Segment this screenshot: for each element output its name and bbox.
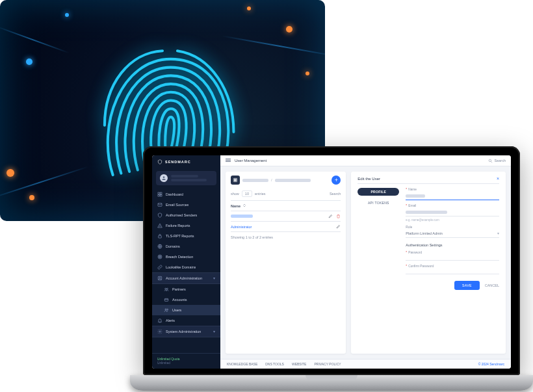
footer: KNOWLEDGE BASE DNS TOOLS WEBSITE PRIVACY… — [220, 359, 511, 369]
profile-card[interactable] — [156, 171, 216, 185]
svg-point-7 — [160, 226, 161, 227]
sidebar-item-lookalike-domains[interactable]: Lookalike Domains — [152, 262, 220, 272]
svg-point-18 — [165, 309, 166, 310]
cancel-button[interactable]: CANCEL — [485, 283, 499, 287]
brand-shield-icon — [157, 159, 162, 164]
svg-point-0 — [163, 176, 165, 178]
svg-point-19 — [167, 309, 168, 310]
profile-name-redacted — [171, 175, 198, 177]
sidebar-item-accounts[interactable]: Accounts — [152, 294, 220, 305]
svg-rect-24 — [234, 179, 235, 179]
entries-count-select[interactable]: 10 — [242, 190, 252, 197]
input-email[interactable] — [406, 209, 499, 216]
svg-point-16 — [166, 288, 168, 289]
sidebar-item-label: Failure Reports — [166, 224, 190, 228]
users-list-panel: / + show 10 entries Search — [226, 172, 346, 354]
sidebar-item-authorised-senders[interactable]: Authorised Senders — [152, 210, 220, 220]
sidebar-item-label: System Administration — [166, 330, 201, 333]
field-password: *Password — [406, 251, 499, 261]
sidebar-item-label: Alerts — [166, 319, 175, 322]
svg-rect-3 — [158, 195, 159, 196]
sidebar-item-users[interactable]: Users — [152, 305, 220, 315]
save-button[interactable]: SAVE — [454, 281, 480, 290]
sidebar-item-label: Domains — [166, 244, 180, 248]
menu-toggle-icon[interactable] — [226, 158, 231, 163]
globe-icon — [157, 244, 162, 249]
sidebar-item-alerts[interactable]: Alerts — [152, 315, 220, 326]
breadcrumb-separator: / — [271, 178, 272, 182]
global-search[interactable]: Search — [488, 159, 506, 163]
input-password[interactable] — [406, 255, 499, 261]
svg-rect-5 — [158, 203, 162, 207]
svg-rect-25 — [235, 179, 236, 179]
svg-point-21 — [489, 159, 491, 162]
auth-section-title: Authentication Settings — [406, 243, 499, 247]
sidebar-item-breach-detection[interactable]: Breach Detection — [152, 252, 220, 262]
sidebar-item-email-sources[interactable]: Email Sources — [152, 200, 220, 210]
edit-icon[interactable] — [328, 214, 333, 218]
sidebar-item-failure-reports[interactable]: Failure Reports — [152, 220, 220, 231]
label-role: Role — [406, 226, 499, 229]
profile-email-redacted — [171, 179, 207, 181]
svg-rect-8 — [159, 236, 162, 238]
users-icon — [164, 307, 169, 313]
svg-rect-2 — [161, 192, 162, 194]
add-user-button[interactable]: + — [332, 176, 341, 185]
table-header[interactable]: Name — [231, 201, 341, 211]
sidebar-item-dashboard[interactable]: Dashboard — [152, 189, 220, 200]
edit-user-panel: Edit the User × PROFILEAPI TOKENS *Name — [351, 172, 506, 354]
input-confirm-password[interactable] — [406, 269, 499, 274]
table-row[interactable] — [231, 211, 341, 222]
sidebar-item-system-administration[interactable]: System Administration▾ — [152, 326, 220, 337]
laptop-mockup: SENDMARC DashboardEmail SourcesAuthorise… — [130, 146, 533, 391]
svg-rect-17 — [164, 298, 168, 301]
svg-point-15 — [165, 288, 166, 289]
sidebar-item-account-administration[interactable]: Account Administration▾ — [152, 272, 220, 284]
svg-point-12 — [160, 257, 161, 257]
topbar: User Management Search — [220, 155, 511, 166]
footer-link[interactable]: PRIVACY POLICY — [314, 362, 341, 366]
dashboard-icon — [157, 192, 162, 197]
editor-tabs: PROFILEAPI TOKENS — [358, 188, 399, 290]
list-search-label: Search — [330, 192, 341, 196]
laptop-base — [130, 375, 533, 391]
footer-link[interactable]: DNS TOOLS — [265, 362, 284, 366]
sidebar-item-domains[interactable]: Domains — [152, 241, 220, 252]
quota-block: Unlimited Quota Unlimited — [152, 353, 220, 369]
nav: DashboardEmail SourcesAuthorised Senders… — [152, 189, 220, 353]
footer-link[interactable]: WEBSITE — [292, 362, 307, 366]
brand-name: SENDMARC — [165, 160, 191, 164]
footer-link[interactable]: KNOWLEDGE BASE — [227, 362, 257, 366]
tab-api-tokens[interactable]: API TOKENS — [358, 199, 399, 207]
link-icon — [157, 265, 162, 270]
panel-title: Edit the User — [358, 177, 380, 181]
email-icon — [157, 202, 162, 207]
breadcrumb-root-icon[interactable] — [231, 176, 240, 185]
field-email: *Email e.g. name@example.com — [406, 204, 499, 222]
edit-icon[interactable] — [336, 224, 341, 229]
label-confirm-password: *Confirm Password — [406, 265, 499, 268]
tab-profile[interactable]: PROFILE — [358, 188, 399, 196]
page-title: User Management — [235, 159, 266, 163]
shield-icon — [157, 213, 162, 218]
close-panel-icon[interactable]: × — [497, 176, 499, 181]
label-name: *Name — [406, 188, 499, 191]
lock-icon — [157, 233, 162, 239]
svg-point-20 — [159, 331, 161, 332]
app-viewport: SENDMARC DashboardEmail SourcesAuthorise… — [152, 155, 511, 369]
partner-icon — [164, 287, 169, 292]
input-role[interactable]: Platform Limited Admin ▾ — [406, 230, 499, 238]
sidebar-item-tls-rpt-reports[interactable]: TLS-RPT Reports — [152, 231, 220, 241]
field-name: *Name — [406, 188, 499, 200]
radar-icon — [157, 254, 162, 259]
label-password: *Password — [406, 251, 499, 254]
footer-copyright: © 2024 Sendmarc — [478, 362, 504, 366]
avatar-icon — [160, 174, 168, 182]
table-row[interactable]: Administrator — [231, 222, 341, 232]
sidebar-item-partners[interactable]: Partners — [152, 284, 220, 294]
field-confirm-password: *Confirm Password — [406, 265, 499, 274]
sidebar-item-label: Lookalike Domains — [166, 265, 196, 269]
svg-rect-4 — [161, 195, 162, 196]
delete-icon[interactable] — [336, 214, 341, 218]
input-name[interactable] — [406, 192, 499, 200]
